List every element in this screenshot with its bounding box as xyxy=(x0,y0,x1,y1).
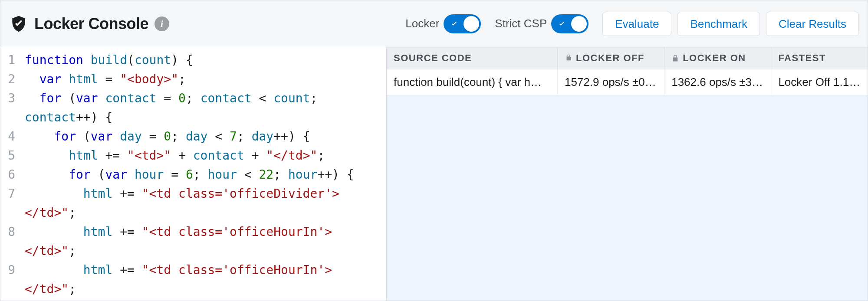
line-gutter: 123 4567 8 9 xyxy=(0,47,20,301)
col-fastest-label: Fastest xyxy=(778,52,826,64)
lock-open-icon xyxy=(565,54,572,62)
col-locker-on: Locker On xyxy=(664,47,771,69)
line-number xyxy=(3,203,15,222)
benchmark-button[interactable]: Benchmark xyxy=(677,12,760,36)
shield-icon xyxy=(9,14,28,33)
code-line: var html = "<body>"; xyxy=(25,70,381,89)
line-number xyxy=(3,108,15,127)
code-line: for (var contact = 0; contact < count; c… xyxy=(25,89,381,127)
col-source: Source Code xyxy=(387,47,558,69)
line-number xyxy=(3,242,15,261)
toggle-strict-csp[interactable] xyxy=(551,14,589,33)
line-number: 2 xyxy=(3,70,15,89)
col-locker-off: Locker Off xyxy=(558,47,664,69)
info-icon[interactable]: i xyxy=(155,16,169,31)
toggle-locker-group: Locker xyxy=(405,14,481,33)
main: 123 4567 8 9 function build(count) { var… xyxy=(0,47,868,301)
toggle-csp-group: Strict CSP xyxy=(495,14,589,33)
code-area[interactable]: function build(count) { var html = "<bod… xyxy=(20,47,386,301)
code-line: for (var day = 0; day < 7; day++) { xyxy=(25,127,381,146)
table-cell-source: function build(count) { var h… xyxy=(387,69,558,95)
table-cell-locker_off: 1572.9 ops/s ±0.5% xyxy=(558,69,664,95)
brand: Locker Console i xyxy=(9,14,169,33)
code-line: function build(count) { xyxy=(25,51,381,70)
line-number: 9 xyxy=(3,261,15,280)
line-number: 1 xyxy=(3,51,15,70)
line-number: 4 xyxy=(3,127,15,146)
results-body: function build(count) { var h…1572.9 ops… xyxy=(387,69,868,95)
col-fastest: Fastest xyxy=(771,47,868,69)
app-root: Locker Console i Locker Strict CSP Evalu… xyxy=(0,0,868,301)
toggle-csp-label: Strict CSP xyxy=(495,17,547,30)
line-number: 6 xyxy=(3,165,15,184)
toggle-locker[interactable] xyxy=(444,14,481,33)
toggle-locker-label: Locker xyxy=(405,17,439,30)
results-header-row: Source Code Locker Off Locker On Fastest xyxy=(387,47,868,69)
page-title: Locker Console xyxy=(34,15,148,33)
toggle-knob xyxy=(571,16,587,32)
results-empty-area xyxy=(387,95,868,301)
line-number xyxy=(3,280,15,299)
header: Locker Console i Locker Strict CSP Evalu… xyxy=(0,0,868,47)
table-cell-locker_on: 1362.6 ops/s ±3.1% xyxy=(664,69,771,95)
code-editor[interactable]: 123 4567 8 9 function build(count) { var… xyxy=(0,47,387,301)
results-panel: Source Code Locker Off Locker On Fastest… xyxy=(387,47,868,301)
code-line: html += "<td class='officeHourIn'></td>"… xyxy=(25,261,381,299)
toggle-knob xyxy=(464,16,479,32)
line-number: 8 xyxy=(3,222,15,242)
lock-closed-icon xyxy=(671,54,679,62)
table-cell-fastest: Locker Off 1.15 x xyxy=(771,69,868,95)
check-icon xyxy=(450,19,459,29)
code-line: for (var hour = 6; hour < 22; hour++) { xyxy=(25,165,381,184)
code-line: html += "<td class='officeDivider'></td>… xyxy=(25,184,381,222)
col-locker-on-label: Locker On xyxy=(683,52,746,64)
line-number: 7 xyxy=(3,184,15,203)
col-source-label: Source Code xyxy=(394,52,472,64)
code-line: html += "<td class='officeHourIn'></td>"… xyxy=(25,222,381,261)
code-line: html += "<td>" + contact + "</td>"; xyxy=(25,146,381,165)
evaluate-button[interactable]: Evaluate xyxy=(602,12,671,36)
line-number: 3 xyxy=(3,89,15,108)
check-icon xyxy=(557,19,567,29)
clear-results-button[interactable]: Clear Results xyxy=(766,12,859,36)
col-locker-off-label: Locker Off xyxy=(576,52,644,64)
line-number: 5 xyxy=(3,146,15,165)
